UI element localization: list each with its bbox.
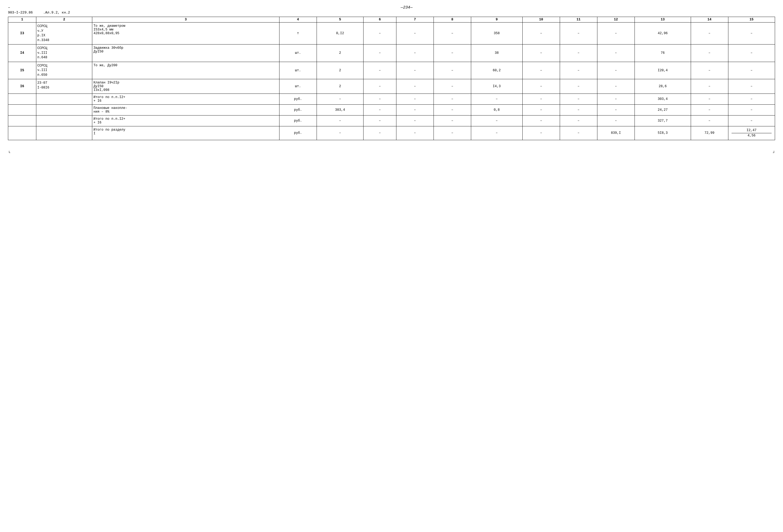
row-col12: – — [597, 79, 634, 94]
summary-unit: руб. — [279, 94, 317, 105]
summary-col7: – — [396, 94, 434, 105]
summary-col13: 327,7 — [634, 115, 691, 126]
summary-col12: – — [597, 115, 634, 126]
summary-col6: – — [364, 94, 396, 105]
summary-unit: руб. — [279, 126, 317, 140]
row-col10: – — [522, 79, 560, 94]
th-6: 6 — [364, 17, 396, 23]
row-col5: 2 — [317, 44, 363, 62]
th-12: 12 — [597, 17, 634, 23]
row-description: То же, диаметромI53x4,5 мм428x0,88x0,95 — [92, 23, 279, 44]
th-11: 11 — [560, 17, 597, 23]
row-source: ССРСЦч.IIIп.650 — [36, 62, 92, 79]
summary-col9: – — [471, 115, 522, 126]
summary-col13: 24,27 — [634, 105, 691, 115]
row-col8: – — [434, 62, 471, 79]
summary-id — [8, 115, 36, 126]
summary-col10: – — [522, 126, 560, 140]
row-col8: – — [434, 44, 471, 62]
row-col6: – — [364, 23, 396, 44]
summary-col5: 303,4 — [317, 105, 363, 115]
summary-id — [8, 105, 36, 115]
summary-col10: – — [522, 94, 560, 105]
summary-col13: 5I8,3 — [634, 126, 691, 140]
row-col7: – — [396, 44, 434, 62]
row-col14: – — [691, 23, 728, 44]
row-col12: – — [597, 44, 634, 62]
summary-col15: – — [728, 94, 775, 105]
th-5: 5 — [317, 17, 363, 23]
summary-unit: руб. — [279, 105, 317, 115]
th-1: 1 — [8, 17, 36, 23]
row-source: ССРСЦч.Ур.IXп.3348 — [36, 23, 92, 44]
summary-row: Итого по разделуI руб. – – – – – – – 839… — [8, 126, 775, 140]
summary-source — [36, 94, 92, 105]
row-col8: – — [434, 79, 471, 94]
summary-col6: – — [364, 126, 396, 140]
corner-left: └ — [8, 151, 10, 155]
summary-col14: 72,99 — [691, 126, 728, 140]
row-col15: – — [728, 62, 775, 79]
corner-right: ┘ — [773, 151, 775, 155]
row-description: Задвижка 30ч6брДуI50 — [92, 44, 279, 62]
row-col6: – — [364, 62, 396, 79]
row-id: I3 — [8, 23, 36, 44]
summary-col5: – — [317, 94, 363, 105]
row-col10: – — [522, 23, 560, 44]
summary-description: Итого по разделуI — [92, 126, 279, 140]
row-col6: – — [364, 44, 396, 62]
row-source: 23-07I-08I6 — [36, 79, 92, 94]
doc-info: 903–I–229.86 .Ал.9.2, кн.2 — [8, 10, 70, 14]
row-col9: 38 — [471, 44, 522, 62]
summary-col9: – — [471, 94, 522, 105]
top-mark: – — [8, 5, 70, 9]
summary-unit: руб. — [279, 115, 317, 126]
summary-description: Итого по п.п.I2++ I6 — [92, 115, 279, 126]
row-col5: 2 — [317, 62, 363, 79]
row-col15: – — [728, 44, 775, 62]
summary-col10: – — [522, 115, 560, 126]
th-3: 3 — [92, 17, 279, 23]
summary-description: Итого по п.п.I2++ I6 — [92, 94, 279, 105]
table-row: I3 ССРСЦч.Ур.IXп.3348 То же, диаметромI5… — [8, 23, 775, 44]
summary-id — [8, 94, 36, 105]
summary-col9: 0,8 — [471, 105, 522, 115]
row-col13: 42,96 — [634, 23, 691, 44]
th-8: 8 — [434, 17, 471, 23]
table-row: I5 ССРСЦч.IIIп.650 То же, Ду200 шт. 2 – … — [8, 62, 775, 79]
summary-col8: – — [434, 105, 471, 115]
row-unit: т — [279, 23, 317, 44]
th-13: 13 — [634, 17, 691, 23]
row-col5: 0,I2 — [317, 23, 363, 44]
summary-col14: – — [691, 105, 728, 115]
summary-col11: – — [560, 94, 597, 105]
summary-description: Плановые накопле-ния – 8% — [92, 105, 279, 115]
th-9: 9 — [471, 17, 522, 23]
row-col7: – — [396, 79, 434, 94]
row-col11: – — [560, 62, 597, 79]
th-7: 7 — [396, 17, 434, 23]
summary-col7: – — [396, 126, 434, 140]
row-col7: – — [396, 23, 434, 44]
summary-col7: – — [396, 115, 434, 126]
summary-source — [36, 105, 92, 115]
summary-col5: – — [317, 126, 363, 140]
summary-source — [36, 126, 92, 140]
summary-col8: – — [434, 94, 471, 105]
row-unit: шт. — [279, 62, 317, 79]
row-id: I5 — [8, 62, 36, 79]
summary-col12: – — [597, 94, 634, 105]
doc-number: 903–I–229.86 — [8, 10, 33, 14]
page-header: – 903–I–229.86 .Ал.9.2, кн.2 —234— — [8, 5, 775, 14]
table-row: I4 ССРСЦч.IIIп.648 Задвижка 30ч6брДуI50 … — [8, 44, 775, 62]
row-col13: 28,6 — [634, 79, 691, 94]
row-col10: – — [522, 44, 560, 62]
row-col7: – — [396, 62, 434, 79]
summary-col12: – — [597, 105, 634, 115]
summary-col8: – — [434, 126, 471, 140]
summary-col5: – — [317, 115, 363, 126]
summary-col11: – — [560, 105, 597, 115]
th-4: 4 — [279, 17, 317, 23]
summary-col6: – — [364, 115, 396, 126]
th-2: 2 — [36, 17, 92, 23]
